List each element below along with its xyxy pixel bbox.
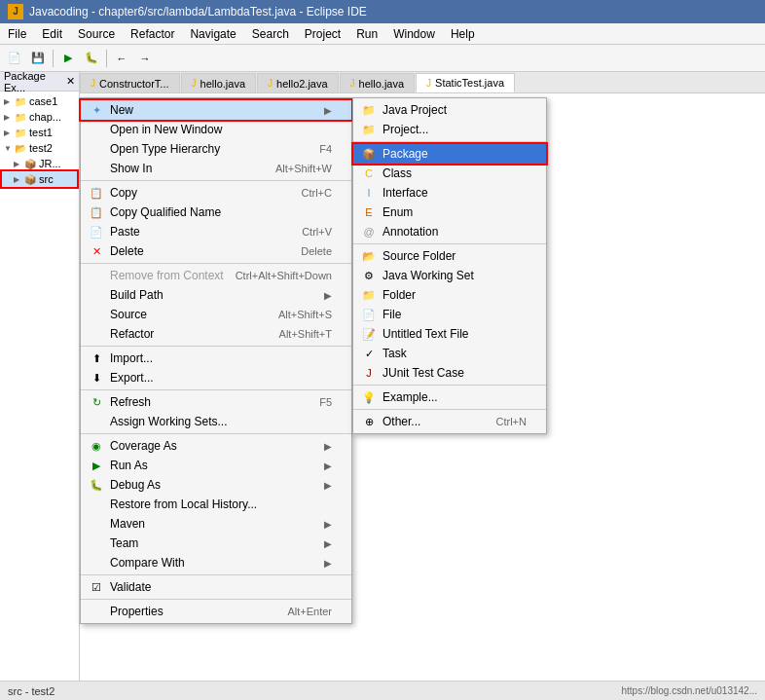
submenu-other[interactable]: ⊕ Other... Ctrl+N <box>353 412 546 431</box>
submenu-example[interactable]: 💡 Example... <box>353 387 546 407</box>
submenu-arrow-debug: ▶ <box>324 480 332 491</box>
context-menu-refresh[interactable]: ↻ Refresh F5 <box>81 392 351 412</box>
context-menu-build-path[interactable]: Build Path ▶ <box>81 285 351 305</box>
menu-run[interactable]: Run <box>348 25 385 43</box>
context-menu-compare-with[interactable]: Compare With ▶ <box>81 553 351 572</box>
tab-icon: J <box>350 78 355 89</box>
srcfolder-icon: 📂 <box>361 248 377 264</box>
context-menu-remove-context[interactable]: Remove from Context Ctrl+Alt+Shift+Down <box>81 266 351 285</box>
tree-item-src[interactable]: ▶ 📦 src <box>2 171 77 187</box>
context-menu-properties[interactable]: Properties Alt+Enter <box>81 602 351 621</box>
context-menu-open-type-hierarchy[interactable]: Open Type Hierarchy F4 <box>81 139 351 159</box>
context-menu-validate[interactable]: ☑ Validate <box>81 577 351 597</box>
context-menu-debug-as[interactable]: 🐛 Debug As ▶ <box>81 475 351 495</box>
tree-item-test2[interactable]: ▼ 📂 test2 <box>2 140 77 156</box>
sep3 <box>81 346 351 347</box>
submenu-sep2 <box>353 243 546 244</box>
coverage-as-label: Coverage As <box>110 439 177 453</box>
context-menu-coverage-as[interactable]: ◉ Coverage As ▶ <box>81 436 351 456</box>
context-menu-restore-history[interactable]: Restore from Local History... <box>81 495 351 514</box>
copy-icon: 📋 <box>89 185 104 201</box>
context-menu-copy[interactable]: 📋 Copy Ctrl+C <box>81 183 351 203</box>
submenu-arrow-coverage: ▶ <box>324 441 332 452</box>
copy2-icon: 📋 <box>89 204 104 220</box>
remove-context-shortcut: Ctrl+Alt+Shift+Down <box>236 270 332 281</box>
tree-item-test1[interactable]: ▶ 📁 test1 <box>2 125 77 140</box>
context-menu-new[interactable]: ✦ New ▶ <box>81 100 351 120</box>
submenu-sep4 <box>353 409 546 410</box>
context-menu-paste[interactable]: 📄 Paste Ctrl+V <box>81 222 351 241</box>
submenu-arrow-maven: ▶ <box>324 519 332 530</box>
submenu-interface[interactable]: I Interface <box>353 183 546 203</box>
submenu-folder[interactable]: 📁 Folder <box>353 285 546 305</box>
maven-label: Maven <box>110 517 145 531</box>
menu-file[interactable]: File <box>0 25 34 43</box>
menu-project[interactable]: Project <box>297 25 348 43</box>
delete-label: Delete <box>110 244 144 258</box>
checkbox-icon: ☑ <box>89 579 104 595</box>
context-menu-delete[interactable]: ✕ Delete Delete <box>81 241 351 261</box>
toolbar-run[interactable]: ▶ <box>57 48 79 69</box>
tab-label-hello: hello.java <box>200 78 245 90</box>
context-menu-source[interactable]: Source Alt+Shift+S <box>81 305 351 324</box>
tree-label-chap: chap... <box>29 111 61 123</box>
toolbar-debug[interactable]: 🐛 <box>81 48 102 69</box>
context-menu-run-as[interactable]: ▶ Run As ▶ <box>81 456 351 475</box>
sep4 <box>81 389 351 390</box>
menu-navigate[interactable]: Navigate <box>182 25 243 43</box>
toolbar-save[interactable]: 💾 <box>27 48 49 69</box>
tab-hello2[interactable]: J hello2.java <box>257 73 339 92</box>
submenu-source-folder-label: Source Folder <box>382 249 455 263</box>
tree-label-case1: case1 <box>29 95 57 107</box>
tab-bar: J ConstructorT... J hello.java J hello2.… <box>80 72 765 93</box>
refresh-label: Refresh <box>110 395 151 409</box>
context-menu-show-in[interactable]: Show In Alt+Shift+W <box>81 159 351 178</box>
submenu-task[interactable]: ✓ Task <box>353 344 546 363</box>
submenu-file[interactable]: 📄 File <box>353 305 546 324</box>
submenu-project[interactable]: 📁 Project... <box>353 120 546 139</box>
context-menu-import[interactable]: ⬆ Import... <box>81 349 351 368</box>
submenu-java-working-set[interactable]: ⚙ Java Working Set <box>353 266 546 285</box>
tab-hello3[interactable]: J hello.java <box>340 73 415 92</box>
tab-statictest[interactable]: J StaticTest.java <box>416 73 515 92</box>
context-menu-copy-qualified[interactable]: 📋 Copy Qualified Name <box>81 203 351 222</box>
class-icon: C <box>361 166 377 181</box>
context-menu-assign-working-sets[interactable]: Assign Working Sets... <box>81 412 351 431</box>
tree-item-jr[interactable]: ▶ 📦 JR... <box>2 156 77 171</box>
refactor-shortcut: Alt+Shift+T <box>279 328 332 340</box>
submenu-java-project[interactable]: 📁 Java Project <box>353 100 546 120</box>
tab-hello[interactable]: J hello.java <box>181 73 256 92</box>
menu-search[interactable]: Search <box>244 25 297 43</box>
export-label: Export... <box>110 371 154 385</box>
submenu-junit[interactable]: J JUnit Test Case <box>353 363 546 383</box>
submenu-package[interactable]: 📦 Package <box>353 144 546 164</box>
menu-source[interactable]: Source <box>70 25 123 43</box>
toolbar-back[interactable]: ← <box>111 48 132 69</box>
menu-window[interactable]: Window <box>385 25 443 43</box>
toolbar-new[interactable]: 📄 <box>4 48 25 69</box>
menu-refactor[interactable]: Refactor <box>123 25 182 43</box>
toolbar-fwd[interactable]: → <box>134 48 156 69</box>
context-menu-team[interactable]: Team ▶ <box>81 534 351 553</box>
menu-help[interactable]: Help <box>443 25 483 43</box>
team-label: Team <box>110 536 138 550</box>
context-menu-maven[interactable]: Maven ▶ <box>81 514 351 534</box>
sidebar-close-icon[interactable]: ✕ <box>66 75 75 88</box>
context-menu-export[interactable]: ⬇ Export... <box>81 368 351 387</box>
submenu-class[interactable]: C Class <box>353 164 546 183</box>
context-menu-refactor[interactable]: Refactor Alt+Shift+T <box>81 324 351 344</box>
submenu-enum[interactable]: E Enum <box>353 203 546 222</box>
submenu-source-folder[interactable]: 📂 Source Folder <box>353 246 546 266</box>
context-menu-open-new-window[interactable]: Open in New Window <box>81 120 351 139</box>
menu-bar: File Edit Source Refactor Navigate Searc… <box>0 23 765 45</box>
tab-constructor[interactable]: J ConstructorT... <box>80 73 180 92</box>
submenu-annotation[interactable]: @ Annotation <box>353 222 546 241</box>
tree-item-chap[interactable]: ▶ 📁 chap... <box>2 109 77 125</box>
context-menu-new-label: New <box>110 103 133 117</box>
new-submenu: 📁 Java Project 📁 Project... 📦 Package C … <box>352 97 547 434</box>
submenu-arrow-new: ▶ <box>324 105 332 116</box>
tree-item-case1[interactable]: ▶ 📁 case1 <box>2 93 77 109</box>
submenu-untitled-text[interactable]: 📝 Untitled Text File <box>353 324 546 344</box>
menu-edit[interactable]: Edit <box>34 25 70 43</box>
paste-label: Paste <box>110 225 140 239</box>
